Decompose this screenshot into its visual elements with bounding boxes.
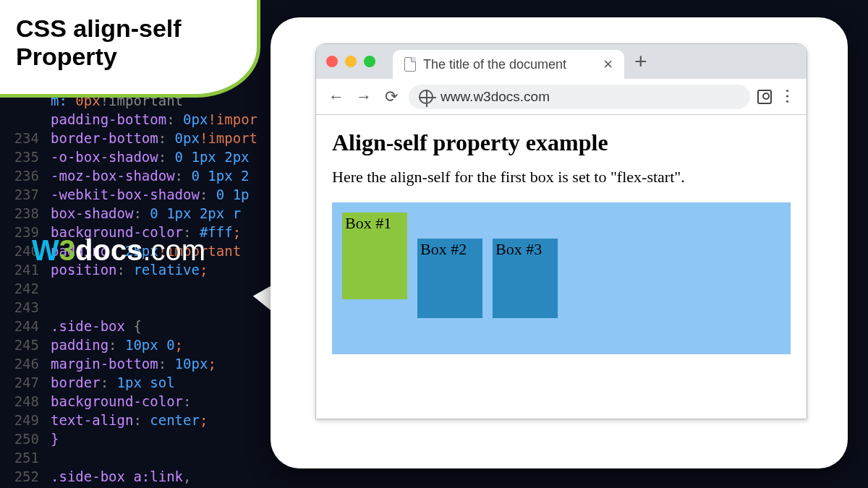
globe-icon	[419, 90, 433, 104]
flex-container: Box #1 Box #2 Box #3	[332, 202, 791, 354]
page-content: Align-self property example Here the ali…	[316, 115, 807, 369]
example-description: Here the align-self for the first box is…	[332, 168, 791, 187]
kebab-menu-icon[interactable]: ⋯	[778, 88, 797, 106]
logo-com: .com	[142, 234, 205, 266]
flex-box-2: Box #2	[417, 239, 482, 318]
flex-box-3: Box #3	[493, 239, 558, 318]
browser-tab[interactable]: The title of the document ×	[393, 50, 624, 79]
url-text: www.w3docs.com	[441, 89, 550, 105]
flex-box-1: Box #1	[342, 213, 407, 299]
w3docs-logo: W3docs.com	[32, 234, 205, 267]
title-bubble: CSS align-self Property	[0, 0, 260, 98]
reload-button[interactable]: ⟳	[381, 87, 401, 106]
tab-bar: The title of the document × +	[316, 44, 807, 79]
new-tab-button[interactable]: +	[634, 49, 647, 74]
maximize-window-icon[interactable]	[364, 56, 375, 67]
file-icon	[404, 57, 416, 72]
minimize-window-icon[interactable]	[345, 56, 357, 67]
address-bar[interactable]: www.w3docs.com	[409, 85, 750, 109]
forward-button[interactable]: →	[354, 87, 374, 106]
window-controls	[326, 56, 375, 67]
profile-icon[interactable]	[757, 90, 772, 104]
tab-title: The title of the document	[423, 57, 566, 72]
close-window-icon[interactable]	[326, 56, 338, 67]
logo-3: 3	[59, 234, 75, 266]
logo-w: W	[32, 234, 59, 266]
close-tab-icon[interactable]: ×	[603, 55, 613, 74]
logo-docs: docs	[75, 234, 142, 266]
back-button[interactable]: ←	[326, 87, 346, 106]
page-title: CSS align-self Property	[16, 14, 239, 71]
toolbar: ← → ⟳ www.w3docs.com ⋯	[316, 79, 807, 115]
example-heading: Align-self property example	[332, 129, 791, 156]
browser-window: The title of the document × + ← → ⟳ www.…	[315, 43, 807, 419]
